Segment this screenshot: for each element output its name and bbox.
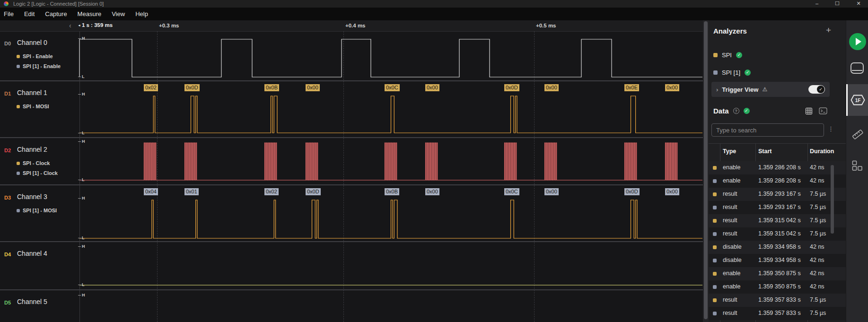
- byte-badge: 0x0C: [385, 84, 400, 91]
- channel-plot-2[interactable]: HL: [69, 138, 703, 184]
- byte-badge: 0x00: [665, 84, 679, 91]
- channel-name[interactable]: Channel 3: [17, 193, 47, 200]
- run-button[interactable]: [849, 33, 866, 50]
- cell-start: 1.359 293 167 s: [758, 191, 801, 197]
- channel-label-0[interactable]: D0Channel 0SPI - EnableSPI [1] - Enable: [0, 31, 69, 80]
- menu-file[interactable]: File: [4, 10, 14, 17]
- channel-name[interactable]: Channel 1: [17, 89, 47, 96]
- row-analyzer-dot: [713, 245, 717, 249]
- table-scrollbar-thumb[interactable]: [831, 165, 834, 234]
- analyzer-item-spi-1-[interactable]: SPI [1]✓: [713, 69, 751, 76]
- add-analyzer-button[interactable]: +: [826, 26, 831, 35]
- row-analyzer-dot: [713, 312, 717, 315]
- timeline-tick-label: +0.5 ms: [536, 23, 556, 28]
- channel-plot-5[interactable]: H: [69, 290, 703, 322]
- menu-view[interactable]: View: [112, 10, 125, 17]
- row-analyzer-dot: [713, 179, 717, 183]
- channel-label-2[interactable]: D2Channel 2SPI - ClockSPI [1] - Clock: [0, 138, 69, 184]
- channel-plot-1[interactable]: HL0x020x0D0x0B0x000x0C0x000x0D0x000x0E0x…: [69, 81, 703, 137]
- minimize-button[interactable]: –: [810, 0, 824, 8]
- menu-edit[interactable]: Edit: [24, 10, 35, 17]
- cell-start: 1.359 357 833 s: [758, 310, 801, 316]
- table-row[interactable]: disable1.359 334 958 s42 ns: [709, 241, 846, 254]
- collapse-chevron-icon[interactable]: ‹: [69, 22, 71, 29]
- trigger-view-toggle[interactable]: ✓: [808, 85, 825, 94]
- timeline-ruler[interactable]: ‹ ◄1 s : 359 ms +0.3 ms+0.4 ms+0.5 ms: [0, 20, 703, 32]
- help-icon[interactable]: ?: [733, 108, 739, 114]
- capture-info-section[interactable]: 1F: [846, 84, 868, 116]
- timeline-tick-label: +0.3 ms: [159, 23, 179, 28]
- table-row[interactable]: enable1.359 350 875 s42 ns: [709, 280, 846, 294]
- byte-badge: 0x02: [144, 84, 158, 91]
- channel-index-badge[interactable]: D1: [4, 91, 11, 96]
- waveform-scrollbar[interactable]: [703, 20, 709, 322]
- menu-help[interactable]: Help: [135, 10, 148, 17]
- table-row[interactable]: enable1.359 286 208 s42 ns: [709, 174, 846, 188]
- table-row[interactable]: result1.359 315 042 s7.5 µs: [709, 227, 846, 241]
- cell-start: 1.359 357 833 s: [758, 296, 801, 303]
- channel-name[interactable]: Channel 5: [17, 298, 47, 305]
- table-row[interactable]: enable1.359 350 875 s42 ns: [709, 267, 846, 280]
- table-row[interactable]: disable1.359 334 958 s42 ns: [709, 254, 846, 267]
- waveform-trace: [69, 242, 703, 289]
- channel-name[interactable]: Channel 0: [17, 39, 47, 46]
- cell-duration: 42 ns: [810, 257, 824, 263]
- analyzer-tag-label: SPI [1] - Enable: [23, 63, 61, 69]
- cell-start: 1.359 334 958 s: [758, 244, 801, 250]
- search-options-icon[interactable]: ⋮: [828, 125, 834, 132]
- search-input[interactable]: [711, 123, 824, 137]
- channel-index-badge[interactable]: D4: [4, 252, 11, 257]
- selected-indicator: [846, 84, 848, 116]
- channel-plot-4[interactable]: HL: [69, 242, 703, 289]
- waveform-area[interactable]: ‹ ◄1 s : 359 ms +0.3 ms+0.4 ms+0.5 ms D0…: [0, 20, 703, 322]
- channel-index-badge[interactable]: D0: [4, 41, 11, 46]
- cell-duration: 7.5 µs: [810, 310, 826, 316]
- menu-measure[interactable]: Measure: [78, 10, 102, 17]
- row-analyzer-dot: [713, 298, 717, 302]
- channel-index-badge[interactable]: D2: [4, 148, 11, 153]
- table-row[interactable]: enable1.359 286 208 s42 ns: [709, 161, 846, 174]
- table-row[interactable]: result1.359 293 167 s7.5 µs: [709, 201, 846, 214]
- channel-label-1[interactable]: D1Channel 1SPI - MOSI: [0, 81, 69, 137]
- byte-badge: 0x01: [184, 188, 199, 195]
- channel-index-badge[interactable]: D5: [4, 300, 11, 305]
- table-row[interactable]: result1.359 293 167 s7.5 µs: [709, 188, 846, 201]
- cell-duration: 7.5 µs: [810, 230, 826, 237]
- channel-row-4: D4Channel 4HL: [0, 242, 703, 289]
- cell-type: result: [723, 191, 737, 197]
- measure-ruler-icon[interactable]: [851, 128, 864, 140]
- grid-view-icon[interactable]: [805, 107, 813, 115]
- channel-plot-0[interactable]: HL: [69, 31, 703, 80]
- cell-start: 1.359 315 042 s: [758, 217, 801, 224]
- trigger-view-row[interactable]: › Trigger View ⚠ ✓: [711, 82, 830, 97]
- byte-badge: 0x00: [665, 188, 679, 195]
- device-settings-icon[interactable]: [850, 62, 864, 74]
- byte-badge: 0x02: [264, 188, 279, 195]
- cell-duration: 42 ns: [810, 270, 824, 277]
- byte-badge: 0x04: [144, 188, 158, 195]
- terminal-icon[interactable]: [819, 107, 827, 114]
- menu-capture[interactable]: Capture: [45, 10, 67, 17]
- scrollbar-thumb[interactable]: [704, 21, 708, 319]
- cell-type: enable: [723, 270, 741, 277]
- close-button[interactable]: ✕: [851, 0, 866, 8]
- channel-label-3[interactable]: D3Channel 3SPI [1] - MOSI: [0, 185, 69, 241]
- maximize-button[interactable]: ☐: [830, 0, 844, 8]
- channel-label-5[interactable]: D5Channel 5: [0, 290, 69, 322]
- channel-label-4[interactable]: D4Channel 4: [0, 242, 69, 289]
- channel-name[interactable]: Channel 2: [17, 146, 47, 153]
- row-analyzer-dot: [713, 272, 717, 276]
- device-id-hexagon-icon: 1F: [850, 95, 865, 105]
- toggle-check-icon: ✓: [817, 86, 824, 93]
- extensions-icon[interactable]: [852, 160, 863, 171]
- table-row[interactable]: result1.359 357 833 s7.5 µs: [709, 294, 846, 307]
- channel-plot-3[interactable]: HL0x040x010x020x0D0x0B0x000x0C0x000x0D0x…: [69, 185, 703, 241]
- analyzer-tag: SPI - Clock: [17, 160, 50, 166]
- byte-badge: 0x00: [544, 188, 559, 195]
- channel-index-badge[interactable]: D3: [4, 195, 11, 200]
- analyzer-item-spi[interactable]: SPI✓: [713, 51, 742, 59]
- table-row[interactable]: result1.359 315 042 s7.5 µs: [709, 214, 846, 227]
- cell-start: 1.359 286 208 s: [758, 177, 801, 184]
- table-row[interactable]: result1.359 357 833 s7.5 µs: [709, 307, 846, 320]
- channel-name[interactable]: Channel 4: [17, 250, 47, 257]
